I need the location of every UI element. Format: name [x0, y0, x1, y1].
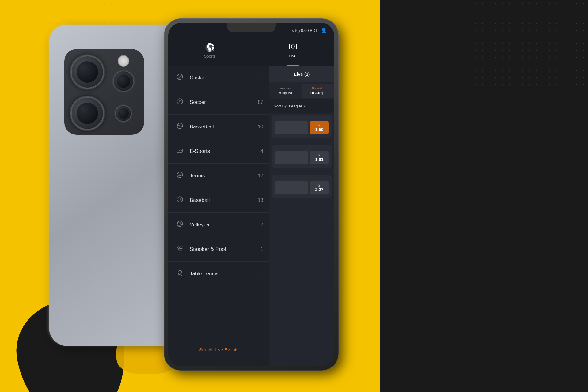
odds-box-active-1[interactable]: 2 1.50	[310, 121, 329, 134]
tennis-count: 12	[258, 173, 263, 179]
svg-point-17	[179, 247, 181, 248]
bet-card-2: 2 1.91	[272, 145, 332, 168]
camera-module	[64, 49, 144, 135]
right-panel-header: Live (1)	[269, 66, 334, 82]
basketball-name: Basketball	[190, 124, 258, 130]
odds-value-1: 1.50	[312, 127, 326, 132]
tabletennis-count: 1	[260, 271, 263, 277]
odds-value-3: 2.27	[312, 187, 326, 192]
basketball-icon	[174, 123, 185, 131]
svg-point-14	[177, 197, 183, 202]
camera-lens-2	[113, 70, 134, 92]
wednesday-date: August	[272, 91, 299, 95]
sport-item-soccer[interactable]: Soccer 87	[168, 90, 269, 115]
camera-flash	[118, 55, 129, 67]
balance-text: s (0) 0.00 BDT	[292, 28, 318, 33]
sports-nav-label: Sports	[204, 54, 216, 58]
camera-lens-1	[70, 55, 104, 89]
odds-count-2: 2	[312, 153, 326, 157]
soccer-name: Soccer	[190, 99, 258, 105]
live-count-label: Live (1)	[294, 71, 310, 77]
lens-inner-1	[77, 61, 98, 83]
sports-list: Cricket 1 Soccer 87	[168, 66, 269, 366]
date-tabs: nesday August Thursd... 18 Aug...	[269, 82, 334, 99]
tennis-icon	[174, 172, 185, 180]
bet-odds-3: 2 2.27	[275, 181, 329, 194]
date-tab-wednesday[interactable]: nesday August	[269, 84, 302, 98]
sport-item-tabletennis[interactable]: Table Tennis 1	[168, 262, 269, 286]
snooker-name: Snooker & Pool	[190, 246, 260, 252]
volleyball-icon	[174, 221, 185, 229]
odds-count-1: 2	[312, 123, 326, 127]
sport-item-basketball[interactable]: Basketball 10	[168, 115, 269, 139]
sport-item-baseball[interactable]: Baseball 13	[168, 188, 269, 213]
right-panel: Live (1) nesday August Thursd... 18 Aug.…	[269, 66, 334, 366]
basketball-count: 10	[258, 124, 263, 130]
date-tab-thursday[interactable]: Thursd... 18 Aug...	[302, 84, 334, 98]
tabletennis-icon	[174, 270, 185, 278]
svg-point-11	[181, 150, 182, 151]
sport-item-tennis[interactable]: Tennis 12	[168, 164, 269, 188]
nav-bar: ⚽ Sports Live	[168, 38, 334, 66]
camera-lens-3	[70, 96, 104, 130]
notch	[227, 23, 276, 32]
sport-item-snooker[interactable]: Snooker & Pool 1	[168, 237, 269, 262]
baseball-count: 13	[258, 198, 263, 203]
cricket-icon	[174, 74, 185, 82]
wednesday-label: nesday	[272, 86, 299, 90]
cricket-name: Cricket	[190, 75, 260, 81]
sort-bar[interactable]: Sort By: League ▾	[269, 99, 334, 113]
sport-item-esports[interactable]: E-Sports 4	[168, 139, 269, 164]
bet-card-1: 2 1.50	[272, 115, 332, 138]
thursday-label: Thursd...	[304, 86, 332, 90]
odds-box-2[interactable]: 2 1.91	[310, 151, 329, 164]
bet-odds-1: 2 1.50	[275, 121, 329, 134]
svg-point-20	[180, 248, 182, 250]
esports-name: E-Sports	[190, 148, 260, 154]
odds-box-empty-3	[275, 181, 308, 194]
phone-screen: s (0) 0.00 BDT 👤 ⚽ Sports	[168, 23, 334, 366]
thursday-date: 18 Aug...	[304, 91, 332, 95]
see-all-link[interactable]: See All Live Events	[168, 342, 269, 357]
dots-pattern-topright	[465, 0, 588, 86]
sport-item-cricket[interactable]: Cricket 1	[168, 66, 269, 90]
chevron-down-icon: ▾	[304, 104, 306, 108]
svg-point-19	[178, 248, 180, 250]
lens-inner-4	[118, 108, 129, 119]
svg-point-15	[177, 221, 183, 227]
odds-value-2: 1.91	[312, 157, 326, 162]
user-icon: 👤	[321, 28, 327, 33]
camera-lens-4	[115, 105, 132, 122]
odds-box-empty	[275, 121, 308, 134]
svg-point-13	[177, 172, 183, 178]
bet-card-3: 2 2.27	[272, 175, 332, 198]
tennis-name: Tennis	[190, 173, 258, 179]
baseball-name: Baseball	[190, 197, 258, 203]
snooker-icon	[174, 245, 185, 254]
tabletennis-name: Table Tennis	[190, 271, 260, 277]
volleyball-count: 2	[260, 222, 263, 228]
esports-count: 4	[260, 149, 263, 154]
spacer-2	[269, 170, 334, 173]
soccer-count: 87	[258, 100, 263, 105]
svg-point-21	[178, 270, 182, 274]
sport-item-volleyball[interactable]: Volleyball 2	[168, 213, 269, 237]
live-nav-label: Live	[289, 54, 297, 58]
nav-item-live[interactable]: Live	[251, 38, 334, 66]
phone-front: s (0) 0.00 BDT 👤 ⚽ Sports	[164, 18, 339, 371]
lens-inner-3	[77, 103, 98, 124]
odds-count-3: 2	[312, 183, 326, 187]
odds-box-empty-2	[275, 151, 308, 164]
snooker-count: 1	[260, 247, 263, 252]
sports-nav-icon: ⚽	[205, 43, 215, 52]
svg-point-16	[177, 247, 179, 248]
esports-icon	[174, 147, 185, 156]
odds-box-3[interactable]: 2 2.27	[310, 181, 329, 194]
soccer-icon	[174, 98, 185, 107]
phone-front-body: s (0) 0.00 BDT 👤 ⚽ Sports	[164, 18, 339, 371]
nav-item-sports[interactable]: ⚽ Sports	[168, 38, 251, 66]
spacer-1	[269, 140, 334, 143]
live-nav-icon	[289, 43, 297, 52]
volleyball-name: Volleyball	[190, 222, 260, 228]
svg-marker-5	[179, 100, 181, 102]
